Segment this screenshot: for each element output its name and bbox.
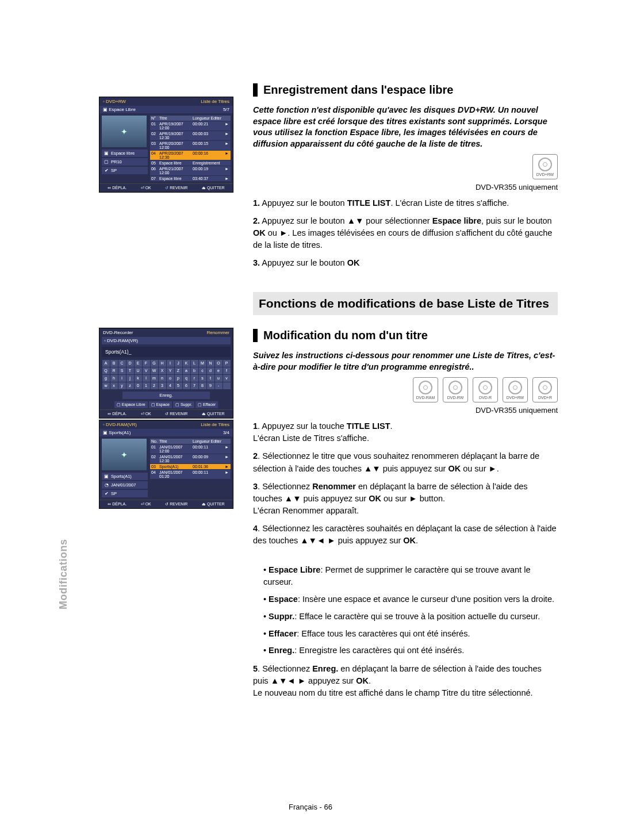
- kbd-key: T: [126, 367, 134, 374]
- kbd-key: W: [151, 367, 158, 374]
- kbd-key: 1: [143, 382, 150, 389]
- kbd-key: D: [126, 360, 134, 367]
- section1-disc-icons: DVD+RW: [253, 154, 558, 179]
- section2-intro: Suivez les instructions ci-dessous pour …: [253, 350, 558, 373]
- kbd-key: s: [199, 375, 206, 382]
- kbd-func: ▢ Espace: [149, 401, 172, 408]
- kbd-key: w: [102, 382, 110, 389]
- kbd-func: ▢ Effacer: [195, 401, 218, 408]
- kbd-key: A: [102, 360, 110, 367]
- kbd-key: H: [159, 360, 166, 367]
- table-row: 03APR/20/2007 12:0000:00:15►: [150, 140, 231, 150]
- side-category-label: Modifications: [57, 539, 70, 610]
- kbd-key: G: [151, 360, 158, 367]
- shot2-title-left: DVD-Recorder: [103, 330, 133, 335]
- shot3-table: No.TitreLongueur Editer 01JAN/01/2007 12…: [150, 439, 231, 497]
- kbd-func: ▢ Suppr.: [173, 401, 194, 408]
- table-row: 03Sports(A1)00:01:36►: [150, 463, 231, 469]
- table-row: 01JAN/01/2007 12:0000:00:11►: [150, 444, 231, 454]
- kbd-key: [223, 382, 231, 389]
- section2-steps: 1. Appuyez sur la touche TITLE LIST.L'éc…: [253, 420, 558, 546]
- kbd-key: C: [118, 360, 126, 367]
- table-row: 05Espace libreEnregistrement: [150, 160, 231, 166]
- shot3-sidebar: ▣Sports(A1) ◔JAN/01/2007 ✔SP: [102, 473, 148, 497]
- kbd-key: 0: [135, 382, 142, 389]
- kbd-key: U: [135, 367, 142, 374]
- screenshot-title-list: ◦ DVD-RAM(VR)Liste de Titres ▣ Sports(A1…: [99, 420, 233, 509]
- kbd-key: 5: [175, 382, 182, 389]
- kbd-key: Q: [102, 367, 110, 374]
- kbd-key: -: [215, 382, 223, 389]
- kbd-key: g: [102, 375, 110, 382]
- bullet-item: Suppr.: Efface le caractère qui se trouv…: [263, 611, 558, 623]
- kbd-key: k: [135, 375, 142, 382]
- kbd-key: e: [215, 367, 223, 374]
- kbd-key: X: [159, 367, 166, 374]
- kbd-key: 8: [199, 382, 206, 389]
- kbd-key: N: [207, 360, 214, 367]
- disc-icon: DVD-RW: [443, 377, 468, 402]
- section2-heading: Modification du nom d'un titre: [253, 329, 558, 342]
- step-item: 2. Appuyez sur le bouton ▲▼ pour sélecti…: [253, 215, 558, 251]
- kbd-key: x: [110, 382, 118, 389]
- shot1-thumbnail: ✦: [102, 116, 147, 147]
- kbd-key: F: [143, 360, 150, 367]
- kbd-key: c: [199, 367, 206, 374]
- kbd-key: 4: [167, 382, 174, 389]
- kbd-key: q: [183, 375, 190, 382]
- step-item: 5. Sélectionnez Enreg. en déplaçant la b…: [253, 663, 558, 699]
- kbd-key: m: [151, 375, 158, 382]
- kbd-key: 9: [207, 382, 214, 389]
- section1-note: DVD-VR355 uniquement: [253, 183, 558, 191]
- kbd-key: L: [191, 360, 198, 367]
- section2-bullets: Espace Libre: Permet de supprimer le car…: [253, 564, 558, 658]
- kbd-key: Z: [175, 367, 182, 374]
- shot1-sidebar: ▣Espace libre ▢PR10 ✔SP: [102, 149, 148, 174]
- bullet-item: Effacer: Efface tous les caractères qui …: [263, 628, 558, 640]
- section2-disc-icons: DVD-RAMDVD-RWDVD-RDVD+RWDVD+R: [253, 377, 558, 402]
- shot1-disc: DVD+RW: [106, 99, 126, 104]
- section2-note: DVD-VR355 uniquement: [253, 406, 558, 415]
- page-footer: Français - 66: [0, 803, 621, 811]
- shot2-enreg-btn: Enreg.: [122, 392, 210, 399]
- kbd-key: 2: [151, 382, 158, 389]
- disc-icon: DVD+RW: [532, 154, 558, 179]
- table-row: 02APR/19/2007 12:3000:00:03►: [150, 131, 231, 140]
- shot2-keyboard: ABCDEFGHIJKLMNOPQRSTUVWXYZabcdefghijklmn…: [102, 359, 231, 389]
- kbd-key: d: [207, 367, 214, 374]
- table-row: 02JAN/01/2007 12:3000:00:09►: [150, 454, 231, 463]
- kbd-key: E: [135, 360, 142, 367]
- shot2-title-right: Renommer: [206, 330, 229, 335]
- table-row: 07Espace libre03:40:37►: [150, 175, 231, 181]
- shot2-func-row: ▢ Espace Libre▢ Espace▢ Suppr.▢ Effacer: [102, 401, 231, 408]
- shot2-name-field: Sports(A1)_: [102, 347, 231, 357]
- kbd-key: u: [215, 375, 223, 382]
- kbd-key: a: [183, 367, 190, 374]
- kbd-key: v: [223, 375, 231, 382]
- step-item: 3. Sélectionnez Renommer en déplaçant la…: [253, 481, 558, 517]
- shot3-thumbnail: ✦: [102, 439, 147, 470]
- function-bar: Fonctions de modifications de base Liste…: [253, 292, 558, 315]
- step-item: 2. Sélectionnez le titre que vous souhai…: [253, 450, 558, 474]
- step-item: 3. Appuyez sur le bouton OK: [253, 257, 558, 269]
- kbd-key: j: [126, 375, 134, 382]
- step-item: 4. Sélectionnez les caractères souhaités…: [253, 523, 558, 547]
- table-row: 01APR/19/2007 12:0000:00:21►: [150, 121, 231, 131]
- main-content: Enregistrement dans l'espace libre Cette…: [253, 83, 558, 716]
- kbd-key: z: [126, 382, 134, 389]
- kbd-key: r: [191, 375, 198, 382]
- disc-icon: DVD+RW: [503, 377, 528, 402]
- section1-intro: Cette fonction n'est disponible qu'avec …: [253, 105, 558, 149]
- kbd-key: i: [118, 375, 126, 382]
- shot1-title: Liste de Titres: [201, 99, 229, 104]
- bullet-item: Espace: Insère une espace et avance le c…: [263, 593, 558, 606]
- kbd-key: B: [110, 360, 118, 367]
- kbd-key: h: [110, 375, 118, 382]
- kbd-key: S: [118, 367, 126, 374]
- bullet-item: Enreg.: Enregistre les caractères qui on…: [263, 645, 558, 657]
- kbd-key: t: [207, 375, 214, 382]
- kbd-key: l: [143, 375, 150, 382]
- kbd-func: ▢ Espace Libre: [114, 401, 148, 408]
- kbd-key: b: [191, 367, 198, 374]
- kbd-key: K: [183, 360, 190, 367]
